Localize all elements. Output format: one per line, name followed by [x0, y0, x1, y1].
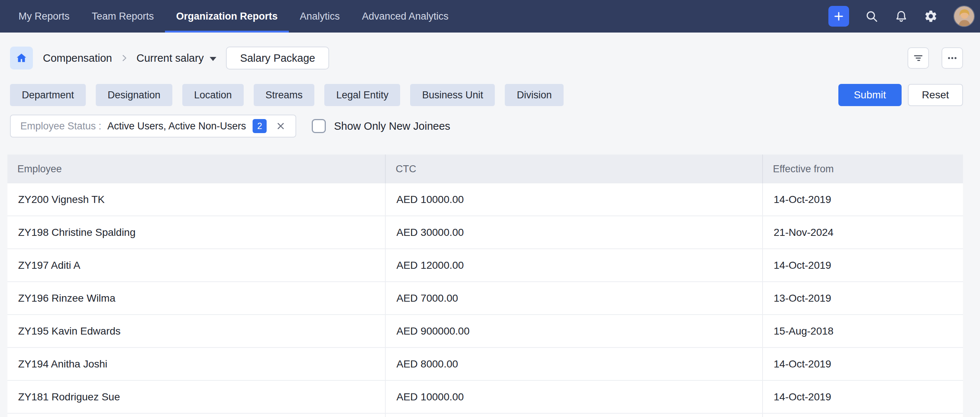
- ctc-cell: [386, 414, 763, 417]
- table-row[interactable]: ZY195 Kavin Edwards AED 900000.00 15-Aug…: [7, 315, 963, 348]
- employee-status-label: Employee Status :: [20, 121, 101, 132]
- settings-icon[interactable]: [924, 9, 938, 23]
- employee-cell: ZY195 Kavin Edwards: [7, 315, 386, 347]
- effective-from-cell: [763, 414, 963, 417]
- tab-advanced-analytics[interactable]: Advanced Analytics: [351, 0, 460, 33]
- effective-from-cell: 13-Oct-2019: [763, 282, 963, 314]
- ctc-cell: AED 10000.00: [386, 183, 763, 216]
- ctc-cell: AED 7000.00: [386, 282, 763, 314]
- home-icon: [16, 52, 27, 64]
- table-row[interactable]: ZY197 Aditi A AED 12000.00 14-Oct-2019: [7, 249, 963, 282]
- breadcrumb: Compensation Current salary Salary Packa…: [10, 46, 963, 70]
- submit-button[interactable]: Submit: [838, 84, 902, 106]
- table-row[interactable]: ZY200 Vignesh TK AED 10000.00 14-Oct-201…: [7, 183, 963, 216]
- chevron-right-icon: [119, 53, 129, 63]
- employee-cell: ZY181 Rodriguez Sue: [7, 381, 386, 413]
- table-row[interactable]: ZY194 Anitha Joshi AED 8000.00 14-Oct-20…: [7, 348, 963, 381]
- show-only-new-joinees-label: Show Only New Joinees: [334, 120, 450, 132]
- filter-actions: Submit Reset: [838, 84, 963, 106]
- employee-cell: ZY198 Christine Spalding: [7, 216, 386, 249]
- chip-division[interactable]: Division: [505, 84, 563, 106]
- effective-from-cell: 15-Aug-2018: [763, 315, 963, 347]
- breadcrumb-actions: [907, 47, 963, 69]
- reset-button[interactable]: Reset: [908, 84, 963, 106]
- table-row[interactable]: [7, 414, 963, 417]
- employee-cell: [7, 414, 386, 417]
- breadcrumb-section[interactable]: Compensation: [43, 52, 112, 64]
- ctc-cell: AED 10000.00: [386, 381, 763, 413]
- table-header: Employee CTC Effective from: [7, 155, 963, 183]
- salary-package-button[interactable]: Salary Package: [226, 47, 329, 70]
- salary-report-table: Employee CTC Effective from ZY200 Vignes…: [7, 155, 963, 417]
- top-nav-actions: [828, 0, 980, 33]
- ctc-cell: AED 900000.00: [386, 315, 763, 347]
- effective-from-cell: 14-Oct-2019: [763, 249, 963, 281]
- add-icon: [833, 11, 844, 22]
- effective-from-cell: 14-Oct-2019: [763, 381, 963, 413]
- more-options-button[interactable]: [942, 47, 963, 69]
- report-type-dropdown[interactable]: Current salary: [137, 52, 216, 64]
- effective-from-cell: 21-Nov-2024: [763, 216, 963, 249]
- employee-cell: ZY200 Vignesh TK: [7, 183, 386, 216]
- tab-organization-reports[interactable]: Organization Reports: [165, 0, 289, 33]
- chip-department[interactable]: Department: [10, 84, 86, 106]
- filter-icon: [913, 52, 924, 63]
- user-avatar[interactable]: [953, 6, 975, 27]
- salary-package-label: Salary Package: [240, 52, 315, 64]
- chip-streams[interactable]: Streams: [254, 84, 315, 106]
- effective-from-cell: 14-Oct-2019: [763, 348, 963, 380]
- chip-location[interactable]: Location: [182, 84, 244, 106]
- top-nav-tabs: My Reports Team Reports Organization Rep…: [7, 0, 460, 33]
- status-filter-row: Employee Status : Active Users, Active N…: [10, 114, 963, 138]
- home-button[interactable]: [10, 47, 33, 70]
- employee-status-value: Active Users, Active Non-Users: [107, 121, 246, 132]
- tab-team-reports[interactable]: Team Reports: [81, 0, 165, 33]
- add-button[interactable]: [828, 6, 849, 27]
- table-row[interactable]: ZY181 Rodriguez Sue AED 10000.00 14-Oct-…: [7, 381, 963, 414]
- table-row[interactable]: ZY196 Rinzee Wilma AED 7000.00 13-Oct-20…: [7, 282, 963, 315]
- employee-cell: ZY194 Anitha Joshi: [7, 348, 386, 380]
- ctc-cell: AED 8000.00: [386, 348, 763, 380]
- close-icon[interactable]: [275, 121, 286, 131]
- effective-from-cell: 14-Oct-2019: [763, 183, 963, 216]
- table-row[interactable]: ZY198 Christine Spalding AED 30000.00 21…: [7, 216, 963, 249]
- employee-status-count-badge: 2: [253, 119, 267, 133]
- tab-my-reports[interactable]: My Reports: [7, 0, 81, 33]
- column-header-effective-from: Effective from: [763, 155, 963, 183]
- chip-legal-entity[interactable]: Legal Entity: [325, 84, 400, 106]
- column-header-ctc: CTC: [386, 155, 763, 183]
- employee-cell: ZY196 Rinzee Wilma: [7, 282, 386, 314]
- filter-chips-row: Department Designation Location Streams …: [10, 84, 963, 106]
- more-options-icon: [947, 52, 958, 63]
- notifications-icon[interactable]: [894, 9, 908, 23]
- new-joinees-filter: Show Only New Joinees: [312, 119, 450, 133]
- tab-analytics[interactable]: Analytics: [289, 0, 351, 33]
- ctc-cell: AED 12000.00: [386, 249, 763, 281]
- chip-business-unit[interactable]: Business Unit: [410, 84, 495, 106]
- ctc-cell: AED 30000.00: [386, 216, 763, 249]
- chevron-down-icon: [210, 57, 216, 61]
- report-type-label: Current salary: [137, 52, 204, 64]
- chip-designation[interactable]: Designation: [96, 84, 172, 106]
- filter-button[interactable]: [907, 47, 929, 69]
- top-nav: My Reports Team Reports Organization Rep…: [0, 0, 980, 33]
- show-only-new-joinees-checkbox[interactable]: [312, 119, 326, 133]
- search-icon[interactable]: [865, 9, 879, 23]
- employee-cell: ZY197 Aditi A: [7, 249, 386, 281]
- column-header-employee: Employee: [7, 155, 386, 183]
- employee-status-filter[interactable]: Employee Status : Active Users, Active N…: [10, 114, 296, 138]
